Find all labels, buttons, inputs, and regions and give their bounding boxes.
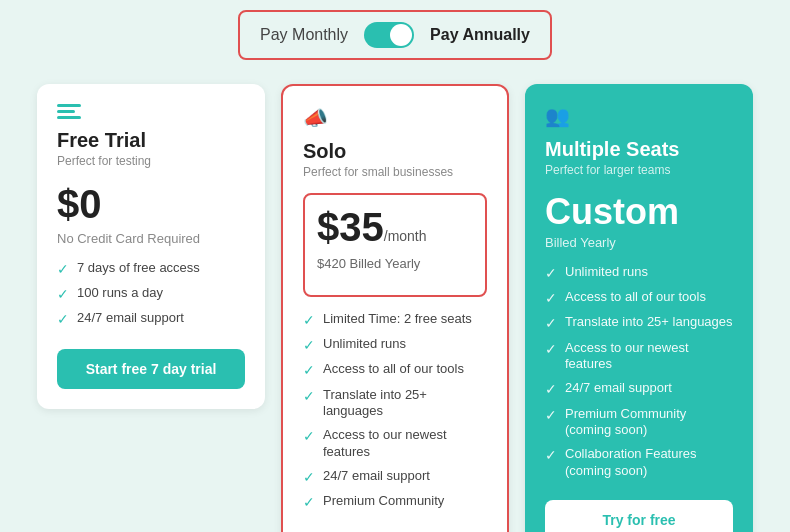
solo-check-1: ✓ — [303, 311, 315, 329]
solo-price-block: $35/month — [317, 205, 473, 250]
free-price-note: No Credit Card Required — [57, 231, 245, 246]
multiple-features: ✓ Unlimited runs ✓ Access to all of our … — [545, 264, 733, 480]
solo-check-7: ✓ — [303, 493, 315, 511]
pricing-page: Pay Monthly Pay Annually Free Trial Perf… — [0, 0, 790, 532]
solo-feature-3-text: Access to all of our tools — [323, 361, 464, 378]
multiple-feature-5: ✓ 24/7 email support — [545, 380, 733, 398]
billing-toggle-switch[interactable] — [364, 22, 414, 48]
multiple-feature-5-text: 24/7 email support — [565, 380, 672, 397]
solo-feature-4-text: Translate into 25+ languages — [323, 387, 487, 421]
free-cta-button[interactable]: Start free 7 day trial — [57, 349, 245, 389]
solo-title: Solo — [303, 140, 487, 163]
free-feature-1: ✓ 7 days of free access — [57, 260, 245, 278]
multiple-feature-6-text: Premium Community (coming soon) — [565, 406, 733, 440]
multi-check-3: ✓ — [545, 314, 557, 332]
free-price-value: $0 — [57, 182, 102, 226]
solo-feature-5-text: Access to our newest features — [323, 427, 487, 461]
multiple-feature-4: ✓ Access to our newest features — [545, 340, 733, 374]
solo-feature-7: ✓ Premium Community — [303, 493, 487, 511]
solo-icon: 📣 — [303, 106, 487, 130]
check-icon-3: ✓ — [57, 310, 69, 328]
free-feature-3-text: 24/7 email support — [77, 310, 184, 327]
solo-feature-1: ✓ Limited Time: 2 free seats — [303, 311, 487, 329]
lines-icon — [57, 104, 81, 119]
solo-price-box: $35/month $420 Billed Yearly — [303, 193, 487, 297]
solo-price-value: $35 — [317, 205, 384, 249]
multi-check-5: ✓ — [545, 380, 557, 398]
solo-feature-5: ✓ Access to our newest features — [303, 427, 487, 461]
multi-check-7: ✓ — [545, 446, 557, 464]
solo-price-period: /month — [384, 228, 427, 244]
multiple-feature-2-text: Access to all of our tools — [565, 289, 706, 306]
multi-check-1: ✓ — [545, 264, 557, 282]
free-title: Free Trial — [57, 129, 245, 152]
multiple-feature-7: ✓ Collaboration Features (coming soon) — [545, 446, 733, 480]
multiple-feature-3: ✓ Translate into 25+ languages — [545, 314, 733, 332]
free-feature-2: ✓ 100 runs a day — [57, 285, 245, 303]
pricing-cards: Free Trial Perfect for testing $0 No Cre… — [20, 84, 770, 532]
multiple-icon: 👥 — [545, 104, 733, 128]
solo-feature-2: ✓ Unlimited runs — [303, 336, 487, 354]
multiple-feature-6: ✓ Premium Community (coming soon) — [545, 406, 733, 440]
people-icon: 👥 — [545, 105, 570, 127]
check-icon-1: ✓ — [57, 260, 69, 278]
billing-toggle-container: Pay Monthly Pay Annually — [238, 10, 552, 60]
multiple-price-value: Custom — [545, 191, 733, 233]
multiple-feature-1-text: Unlimited runs — [565, 264, 648, 281]
solo-feature-3: ✓ Access to all of our tools — [303, 361, 487, 379]
free-icon — [57, 104, 245, 119]
multi-check-6: ✓ — [545, 406, 557, 424]
solo-feature-1-text: Limited Time: 2 free seats — [323, 311, 472, 328]
solo-card: 📣 Solo Perfect for small businesses $35/… — [281, 84, 509, 532]
solo-subtitle: Perfect for small businesses — [303, 165, 487, 179]
solo-check-5: ✓ — [303, 427, 315, 445]
pay-monthly-label: Pay Monthly — [260, 26, 348, 44]
multiple-feature-3-text: Translate into 25+ languages — [565, 314, 733, 331]
check-icon-2: ✓ — [57, 285, 69, 303]
solo-check-3: ✓ — [303, 361, 315, 379]
solo-features: ✓ Limited Time: 2 free seats ✓ Unlimited… — [303, 311, 487, 512]
free-subtitle: Perfect for testing — [57, 154, 245, 168]
multi-check-2: ✓ — [545, 289, 557, 307]
solo-feature-6-text: 24/7 email support — [323, 468, 430, 485]
solo-check-6: ✓ — [303, 468, 315, 486]
multiple-feature-7-text: Collaboration Features (coming soon) — [565, 446, 733, 480]
solo-feature-2-text: Unlimited runs — [323, 336, 406, 353]
free-features: ✓ 7 days of free access ✓ 100 runs a day… — [57, 260, 245, 329]
free-feature-2-text: 100 runs a day — [77, 285, 163, 302]
multiple-feature-4-text: Access to our newest features — [565, 340, 733, 374]
multiple-price-billed: Billed Yearly — [545, 235, 733, 250]
solo-price-secondary: $420 Billed Yearly — [317, 256, 473, 271]
multiple-subtitle: Perfect for larger teams — [545, 163, 733, 177]
multiple-seats-card: 👥 Multiple Seats Perfect for larger team… — [525, 84, 753, 532]
pay-annually-label: Pay Annually — [430, 26, 530, 44]
multiple-title: Multiple Seats — [545, 138, 733, 161]
solo-feature-4: ✓ Translate into 25+ languages — [303, 387, 487, 421]
solo-check-2: ✓ — [303, 336, 315, 354]
multiple-feature-2: ✓ Access to all of our tools — [545, 289, 733, 307]
multi-check-4: ✓ — [545, 340, 557, 358]
multiple-cta-button[interactable]: Try for free — [545, 500, 733, 532]
free-price: $0 — [57, 182, 245, 227]
free-feature-1-text: 7 days of free access — [77, 260, 200, 277]
multiple-feature-1: ✓ Unlimited runs — [545, 264, 733, 282]
solo-feature-6: ✓ 24/7 email support — [303, 468, 487, 486]
megaphone-icon: 📣 — [303, 107, 328, 129]
solo-feature-7-text: Premium Community — [323, 493, 444, 510]
toggle-knob — [390, 24, 412, 46]
free-trial-card: Free Trial Perfect for testing $0 No Cre… — [37, 84, 265, 409]
free-feature-3: ✓ 24/7 email support — [57, 310, 245, 328]
solo-check-4: ✓ — [303, 387, 315, 405]
